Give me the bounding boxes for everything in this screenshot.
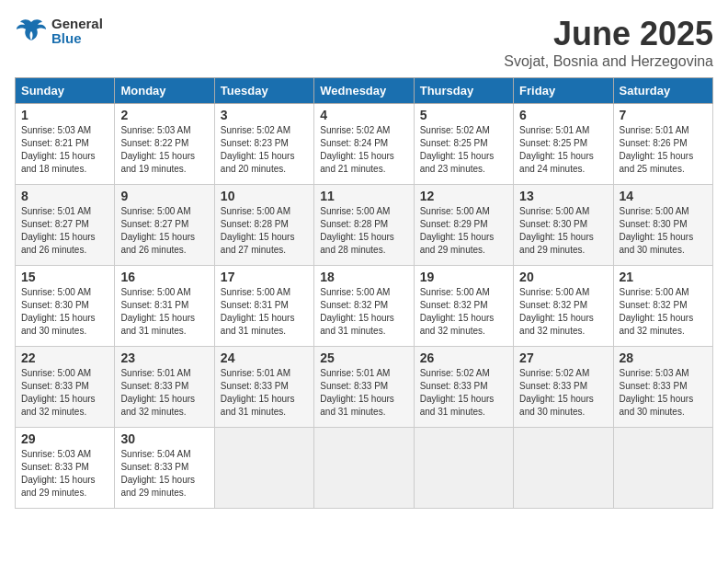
day-number: 26 [420, 350, 507, 365]
day-cell: 25Sunrise: 5:01 AMSunset: 8:33 PMDayligh… [314, 347, 414, 428]
day-info: Sunrise: 5:00 AMSunset: 8:32 PMDaylight:… [519, 286, 607, 338]
day-info: Sunrise: 5:04 AMSunset: 8:33 PMDaylight:… [120, 448, 208, 500]
day-cell: 5Sunrise: 5:02 AMSunset: 8:25 PMDaylight… [414, 104, 513, 185]
day-cell [414, 428, 513, 509]
location-title: Svojat, Bosnia and Herzegovina [504, 53, 713, 70]
day-cell: 8Sunrise: 5:01 AMSunset: 8:27 PMDaylight… [16, 185, 115, 266]
table-row: 8Sunrise: 5:01 AMSunset: 8:27 PMDaylight… [16, 185, 713, 266]
day-cell: 26Sunrise: 5:02 AMSunset: 8:33 PMDayligh… [414, 347, 513, 428]
col-tuesday: Tuesday [214, 78, 313, 104]
day-number: 8 [21, 189, 108, 203]
col-sunday: Sunday [16, 78, 115, 104]
col-wednesday: Wednesday [314, 78, 414, 104]
day-number: 2 [120, 108, 208, 122]
day-cell: 1Sunrise: 5:03 AMSunset: 8:21 PMDaylight… [16, 104, 115, 185]
day-cell: 15Sunrise: 5:00 AMSunset: 8:30 PMDayligh… [16, 266, 115, 347]
day-cell: 9Sunrise: 5:00 AMSunset: 8:27 PMDaylight… [115, 185, 214, 266]
day-cell [514, 428, 613, 509]
day-cell [613, 428, 712, 509]
day-info: Sunrise: 5:02 AMSunset: 8:24 PMDaylight:… [320, 124, 407, 176]
day-info: Sunrise: 5:03 AMSunset: 8:33 PMDaylight:… [620, 367, 707, 419]
title-area: June 2025 Svojat, Bosnia and Herzegovina [504, 15, 713, 70]
day-info: Sunrise: 5:03 AMSunset: 8:21 PMDaylight:… [21, 124, 108, 176]
day-cell: 4Sunrise: 5:02 AMSunset: 8:24 PMDaylight… [314, 104, 414, 185]
day-cell: 16Sunrise: 5:00 AMSunset: 8:31 PMDayligh… [115, 266, 214, 347]
day-info: Sunrise: 5:00 AMSunset: 8:30 PMDaylight:… [620, 205, 707, 257]
logo-blue-text: Blue [51, 31, 103, 47]
day-info: Sunrise: 5:00 AMSunset: 8:32 PMDaylight:… [320, 286, 407, 338]
day-cell: 13Sunrise: 5:00 AMSunset: 8:30 PMDayligh… [514, 185, 613, 266]
day-number: 3 [221, 108, 308, 122]
day-info: Sunrise: 5:00 AMSunset: 8:28 PMDaylight:… [221, 205, 308, 257]
day-number: 14 [620, 189, 707, 203]
day-number: 4 [320, 108, 407, 122]
day-info: Sunrise: 5:00 AMSunset: 8:32 PMDaylight:… [620, 286, 707, 338]
day-number: 15 [21, 270, 108, 284]
day-info: Sunrise: 5:03 AMSunset: 8:33 PMDaylight:… [21, 448, 108, 500]
col-friday: Friday [514, 78, 613, 104]
day-cell: 10Sunrise: 5:00 AMSunset: 8:28 PMDayligh… [214, 185, 313, 266]
day-cell: 14Sunrise: 5:00 AMSunset: 8:30 PMDayligh… [613, 185, 712, 266]
day-info: Sunrise: 5:01 AMSunset: 8:26 PMDaylight:… [620, 124, 707, 176]
day-number: 19 [420, 270, 507, 284]
table-row: 29Sunrise: 5:03 AMSunset: 8:33 PMDayligh… [16, 428, 713, 509]
day-info: Sunrise: 5:02 AMSunset: 8:23 PMDaylight:… [221, 124, 308, 176]
day-info: Sunrise: 5:00 AMSunset: 8:30 PMDaylight:… [519, 205, 607, 257]
logo: General Blue [15, 15, 103, 48]
table-row: 15Sunrise: 5:00 AMSunset: 8:30 PMDayligh… [16, 266, 713, 347]
col-saturday: Saturday [613, 78, 712, 104]
day-number: 7 [620, 108, 707, 122]
day-number: 20 [519, 270, 607, 284]
day-number: 25 [320, 350, 407, 365]
day-cell: 11Sunrise: 5:00 AMSunset: 8:28 PMDayligh… [314, 185, 414, 266]
day-cell: 3Sunrise: 5:02 AMSunset: 8:23 PMDaylight… [214, 104, 313, 185]
day-cell: 19Sunrise: 5:00 AMSunset: 8:32 PMDayligh… [414, 266, 513, 347]
day-number: 22 [21, 350, 108, 365]
day-cell: 28Sunrise: 5:03 AMSunset: 8:33 PMDayligh… [613, 347, 712, 428]
day-number: 18 [320, 270, 407, 284]
day-cell [214, 428, 313, 509]
table-row: 22Sunrise: 5:00 AMSunset: 8:33 PMDayligh… [16, 347, 713, 428]
day-number: 16 [120, 270, 208, 284]
day-number: 6 [519, 108, 607, 122]
day-cell: 24Sunrise: 5:01 AMSunset: 8:33 PMDayligh… [214, 347, 313, 428]
day-cell: 29Sunrise: 5:03 AMSunset: 8:33 PMDayligh… [16, 428, 115, 509]
day-info: Sunrise: 5:03 AMSunset: 8:22 PMDaylight:… [120, 124, 208, 176]
day-cell: 12Sunrise: 5:00 AMSunset: 8:29 PMDayligh… [414, 185, 513, 266]
day-info: Sunrise: 5:01 AMSunset: 8:33 PMDaylight:… [320, 367, 407, 419]
day-info: Sunrise: 5:00 AMSunset: 8:31 PMDaylight:… [221, 286, 308, 338]
day-info: Sunrise: 5:00 AMSunset: 8:28 PMDaylight:… [320, 205, 407, 257]
day-number: 21 [620, 270, 707, 284]
day-number: 11 [320, 189, 407, 203]
day-number: 30 [120, 431, 208, 446]
day-info: Sunrise: 5:00 AMSunset: 8:29 PMDaylight:… [420, 205, 507, 257]
day-cell: 6Sunrise: 5:01 AMSunset: 8:25 PMDaylight… [514, 104, 613, 185]
day-number: 23 [120, 350, 208, 365]
day-info: Sunrise: 5:02 AMSunset: 8:25 PMDaylight:… [420, 124, 507, 176]
col-monday: Monday [115, 78, 214, 104]
day-info: Sunrise: 5:01 AMSunset: 8:25 PMDaylight:… [519, 124, 607, 176]
calendar-table: Sunday Monday Tuesday Wednesday Thursday… [15, 77, 713, 509]
day-cell: 2Sunrise: 5:03 AMSunset: 8:22 PMDaylight… [115, 104, 214, 185]
day-info: Sunrise: 5:00 AMSunset: 8:30 PMDaylight:… [21, 286, 108, 338]
day-number: 9 [120, 189, 208, 203]
day-cell: 23Sunrise: 5:01 AMSunset: 8:33 PMDayligh… [115, 347, 214, 428]
day-cell: 7Sunrise: 5:01 AMSunset: 8:26 PMDaylight… [613, 104, 712, 185]
day-info: Sunrise: 5:00 AMSunset: 8:31 PMDaylight:… [120, 286, 208, 338]
day-number: 1 [21, 108, 108, 122]
day-number: 29 [21, 431, 108, 446]
day-number: 5 [420, 108, 507, 122]
day-info: Sunrise: 5:01 AMSunset: 8:33 PMDaylight:… [120, 367, 208, 419]
day-number: 12 [420, 189, 507, 203]
day-number: 17 [221, 270, 308, 284]
day-info: Sunrise: 5:01 AMSunset: 8:27 PMDaylight:… [21, 205, 108, 257]
day-cell: 27Sunrise: 5:02 AMSunset: 8:33 PMDayligh… [514, 347, 613, 428]
day-number: 28 [620, 350, 707, 365]
day-cell: 20Sunrise: 5:00 AMSunset: 8:32 PMDayligh… [514, 266, 613, 347]
day-cell: 21Sunrise: 5:00 AMSunset: 8:32 PMDayligh… [613, 266, 712, 347]
day-info: Sunrise: 5:01 AMSunset: 8:33 PMDaylight:… [221, 367, 308, 419]
day-info: Sunrise: 5:02 AMSunset: 8:33 PMDaylight:… [519, 367, 607, 419]
day-cell: 18Sunrise: 5:00 AMSunset: 8:32 PMDayligh… [314, 266, 414, 347]
day-cell: 17Sunrise: 5:00 AMSunset: 8:31 PMDayligh… [214, 266, 313, 347]
col-thursday: Thursday [414, 78, 513, 104]
